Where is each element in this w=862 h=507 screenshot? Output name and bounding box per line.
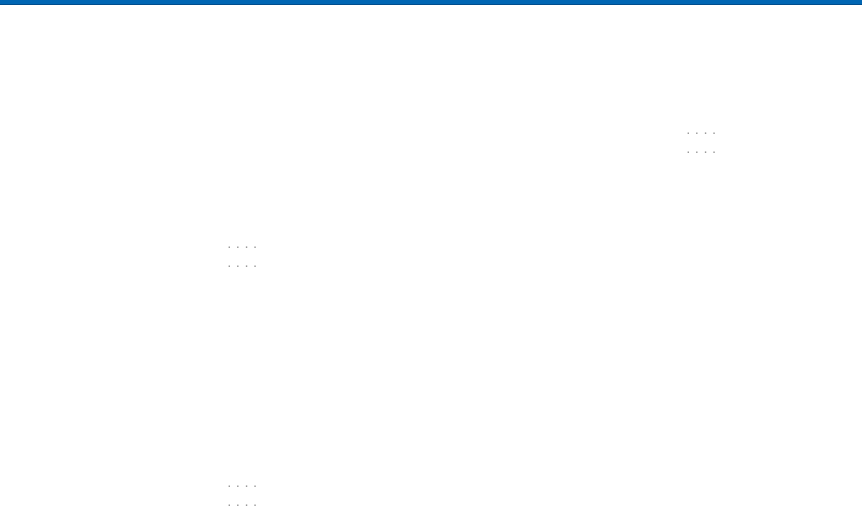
dots-decoration: ···· [226,261,261,272]
dots-decoration: ···· [685,128,720,139]
dots-decoration: ···· [226,242,261,253]
dots-decoration: ···· [226,500,261,507]
top-accent-bar [0,0,862,5]
dots-decoration: ···· [226,481,261,492]
dots-decoration: ···· [685,147,720,158]
